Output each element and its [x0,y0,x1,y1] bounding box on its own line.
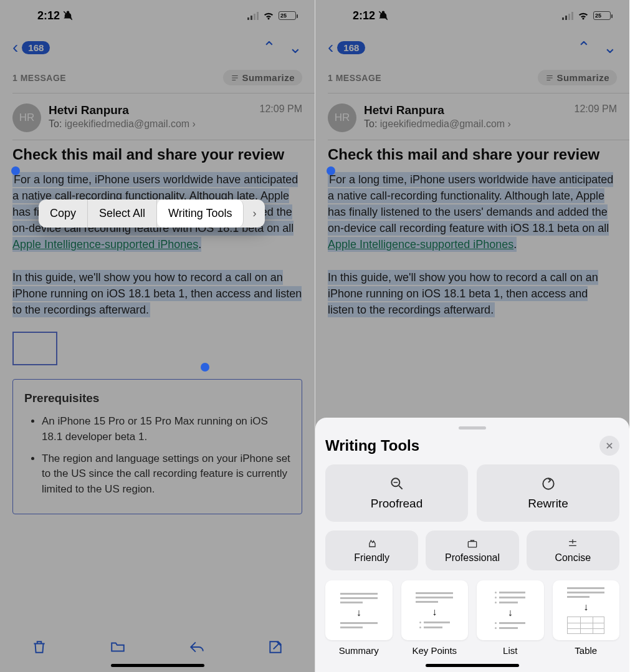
next-message-button[interactable]: ⌄ [603,38,617,57]
image-placeholder [12,332,57,365]
sender-name: Hetvi Ranpura [49,103,252,117]
phone-left: 2:12 25 ‹ 168 ⌃ ⌄ 1 MESSAGE Summarize [0,0,315,672]
subject: Check this mail and share your review [315,140,629,171]
inbox-count-pill[interactable]: 168 [337,41,365,54]
prereq-item: An iPhone 15 Pro or 15 Pro Max running o… [42,414,290,444]
silent-icon [62,10,74,21]
proofread-button[interactable]: Proofread [325,464,468,522]
thread-count-label: 1 MESSAGE [12,73,66,83]
battery-icon: 25 [593,11,611,20]
battery-icon: 25 [279,11,296,20]
status-bar: 2:12 25 [315,0,629,31]
next-message-button[interactable]: ⌄ [289,38,302,57]
body-link[interactable]: Apple Intelligence-supported iPhones [328,238,513,251]
selected-text: For a long time, iPhone users worldwide … [12,172,302,317]
prereq-title: Prerequisites [24,390,290,407]
reply-button[interactable] [188,639,206,655]
svg-point-5 [543,478,553,489]
back-button[interactable]: ‹ [328,37,333,57]
list-button[interactable]: ↓ List [477,580,544,656]
context-copy[interactable]: Copy [39,199,88,228]
avatar: HR [328,103,356,132]
sender-name: Hetvi Ranpura [364,103,567,117]
sheet-grabber[interactable] [459,426,486,430]
text-context-menu: Copy Select All Writing Tools › [39,199,265,228]
prereq-item: The region and language settings on your… [42,451,290,497]
wifi-icon [262,11,275,21]
status-time: 2:12 [37,9,60,22]
message-body[interactable]: For a long time, iPhone users worldwide … [315,171,629,318]
signal-icon [562,11,573,20]
context-select-all[interactable]: Select All [88,199,157,228]
mail-nav-bar: ‹ 168 ⌃ ⌄ [0,31,315,66]
avatar: HR [12,103,41,132]
folder-button[interactable] [109,639,126,655]
summarize-button[interactable]: Summarize [538,70,617,85]
sheet-title: Writing Tools [325,437,419,454]
wifi-icon [577,11,589,21]
thread-count-label: 1 MESSAGE [328,73,381,83]
body-link[interactable]: Apple Intelligence-supported iPhones [12,238,198,251]
sender-time: 12:09 PM [260,103,302,115]
professional-button[interactable]: Professional [426,530,518,570]
phone-right: 2:12 25 ‹ 168 ⌃ ⌄ 1 MESSAGE Summarize [315,0,629,672]
mail-nav-bar: ‹ 168 ⌃ ⌄ [315,31,629,66]
prev-message-button[interactable]: ⌃ [262,38,276,57]
wave-icon [366,537,378,550]
inbox-count-pill[interactable]: 168 [22,41,50,54]
home-indicator[interactable] [426,664,519,667]
thread-header: 1 MESSAGE Summarize [315,66,629,93]
prev-message-button[interactable]: ⌃ [577,38,591,57]
sender-to: To: igeekifiedmedia@gmail.com › [364,118,567,130]
silent-icon [378,10,389,21]
prerequisites-box: Prerequisites An iPhone 15 Pro or 15 Pro… [12,379,302,514]
svg-line-3 [399,486,402,489]
concise-button[interactable]: Concise [527,530,619,570]
sender-to: To: igeekifiedmedia@gmail.com › [49,118,252,130]
home-indicator[interactable] [111,664,204,667]
back-button[interactable]: ‹ [12,37,18,57]
briefcase-icon [466,537,479,550]
signal-icon [247,11,259,20]
rewrite-icon [540,476,556,492]
context-more[interactable]: › [244,199,265,228]
table-icon [567,617,604,634]
concise-icon [566,537,579,550]
summarize-button[interactable]: Summarize [223,70,302,85]
trash-button[interactable] [31,639,47,655]
friendly-button[interactable]: Friendly [325,530,418,570]
thread-header: 1 MESSAGE Summarize [0,66,315,93]
selection-handle-start[interactable] [11,166,20,175]
table-button[interactable]: ↓ Table [553,580,620,656]
status-bar: 2:12 25 [0,0,315,31]
status-time: 2:12 [353,9,375,22]
selection-handle-start[interactable] [327,166,335,175]
magnifier-icon [389,476,405,492]
key-points-button[interactable]: ↓ Key Points [401,580,469,656]
selection-handle-end[interactable] [201,363,209,372]
compose-button[interactable] [267,639,284,655]
rewrite-button[interactable]: Rewrite [477,464,619,522]
writing-tools-sheet: Writing Tools Proofread Rewrite [315,418,629,672]
close-button[interactable] [599,436,619,456]
sender-row[interactable]: HR Hetvi Ranpura To: igeekifiedmedia@gma… [315,94,629,140]
context-writing-tools[interactable]: Writing Tools [157,199,244,228]
svg-rect-6 [468,542,476,547]
sender-time: 12:09 PM [575,103,617,115]
selected-text: For a long time, iPhone users worldwide … [328,172,613,317]
sender-row[interactable]: HR Hetvi Ranpura To: igeekifiedmedia@gma… [0,94,315,140]
summary-button[interactable]: ↓ Summary [325,580,393,656]
subject: Check this mail and share your review [0,140,315,171]
